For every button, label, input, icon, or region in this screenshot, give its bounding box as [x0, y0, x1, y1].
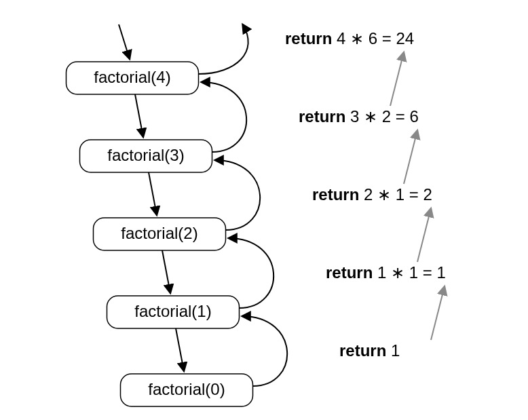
- exit-arrow: [199, 24, 248, 74]
- call-node-0-label: factorial(4): [94, 68, 170, 86]
- call-node-1: factorial(3): [80, 140, 212, 172]
- value-flow-arrow-3: [431, 286, 445, 340]
- call-arrow-3: [176, 328, 184, 371]
- call-arrow-1: [149, 172, 157, 215]
- call-node-4: factorial(0): [121, 374, 253, 406]
- call-node-1-label: factorial(3): [107, 146, 184, 164]
- value-flow-arrow-2: [417, 208, 431, 262]
- returns-layer: return 4 ∗ 6 = 24return 3 ∗ 2 = 6return …: [285, 29, 446, 360]
- nodes-layer: factorial(4)factorial(3)factorial(2)fact…: [67, 62, 253, 406]
- return-label-4: return 1: [339, 341, 400, 360]
- value-flow-arrow-1: [404, 130, 417, 184]
- return-label-0: return 4 ∗ 6 = 24: [285, 29, 414, 47]
- call-node-2: factorial(2): [94, 218, 226, 250]
- value-flow-arrow-0: [390, 52, 404, 106]
- call-arrow-2: [162, 250, 170, 293]
- call-node-3: factorial(1): [107, 296, 240, 328]
- call-node-4-label: factorial(0): [148, 380, 225, 398]
- recursion-diagram: factorial(4)factorial(3)factorial(2)fact…: [0, 0, 528, 420]
- return-label-1: return 3 ∗ 2 = 6: [299, 107, 419, 126]
- return-label-3: return 1 ∗ 1 = 1: [326, 263, 446, 282]
- call-arrow-0: [135, 94, 143, 137]
- entry-arrow: [119, 24, 130, 59]
- return-label-2: return 2 ∗ 1 = 2: [312, 185, 432, 204]
- call-node-3-label: factorial(1): [134, 302, 211, 320]
- call-node-0: factorial(4): [67, 62, 199, 94]
- call-node-2-label: factorial(2): [121, 224, 197, 242]
